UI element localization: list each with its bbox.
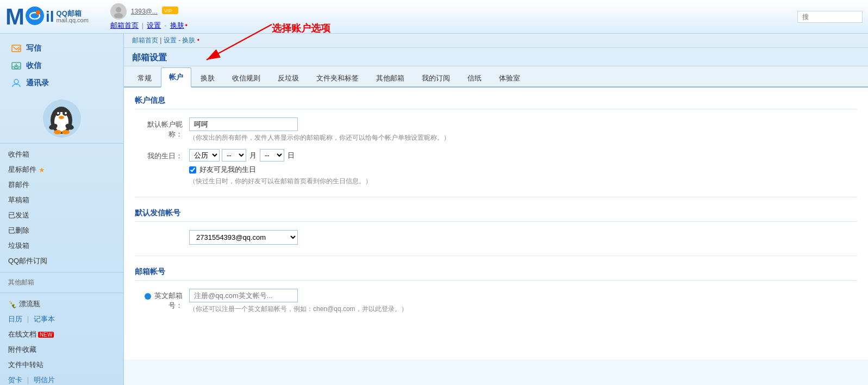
birthday-selects: 公历 农历 -- 010203 040506 070809 101112 月 (189, 149, 857, 162)
settings-content: 帐户信息 默认帐户昵称： （你发出的所有邮件，发件人将显示你的邮箱昵称，你还可以… (124, 88, 868, 359)
sidebar-item-starred[interactable]: 星标邮件 ★ (0, 162, 123, 177)
svg-point-20 (59, 116, 64, 119)
sidebar-item-group[interactable]: 群邮件 (0, 177, 123, 192)
sidebar-calendar-link[interactable]: 日历 (8, 314, 22, 324)
birthday-row: 我的生日： 公历 农历 -- 010203 040506 070809 1011… (135, 149, 857, 186)
nav-home[interactable]: 邮箱首页 (110, 21, 139, 30)
sidebar-item-sent[interactable]: 已发送 (0, 208, 123, 223)
birthday-hint: （快过生日时，你的好友可以在邮箱首页看到你的生日信息。） (189, 177, 857, 186)
sidebar-divider-3 (0, 293, 123, 293)
sidebar-item-inbox[interactable]: 收件箱 (0, 147, 123, 162)
sidebar-item-drift-bottle[interactable]: 🍾 漂流瓶 (0, 296, 123, 312)
tab-general[interactable]: 常规 (129, 69, 160, 88)
other-mailbox-section: 其他邮箱 (0, 276, 123, 289)
tab-lab[interactable]: 体验室 (491, 69, 528, 88)
compose-icon (11, 43, 22, 54)
sidebar-item-deleted[interactable]: 已删除 (0, 223, 123, 238)
section-sep-1 (135, 197, 857, 197)
tab-skin[interactable]: 换肤 (192, 69, 223, 88)
sidebar-actions: 写信 收信 (0, 36, 123, 95)
english-email-label: 英文邮箱号： (135, 289, 189, 311)
svg-point-3 (116, 7, 121, 13)
tab-subscriptions[interactable]: 我的订阅 (414, 69, 458, 88)
account-info-title: 帐户信息 (135, 96, 857, 109)
default-email-select[interactable]: 2731554393@qq.com (189, 230, 298, 245)
inbox-button[interactable]: 收信 (5, 58, 118, 74)
inbox-label: 收信 (26, 61, 41, 71)
svg-point-24 (62, 130, 70, 134)
friend-visible-row: 好友可见我的生日 (189, 165, 857, 175)
content-area: 邮箱首页 | 设置 - 换肤 • 邮箱设置 常规 帐户 换肤 收信规则 反垃圾 … (124, 34, 868, 385)
breadcrumb: 邮箱首页 | 设置 - 换肤 • (124, 34, 868, 48)
tab-antispam[interactable]: 反垃圾 (270, 69, 307, 88)
birthday-month-select[interactable]: -- 010203 040506 070809 101112 (222, 149, 246, 162)
logo: M il QQ邮箱 mail.qq.com (5, 5, 89, 28)
tab-account[interactable]: 帐户 (161, 67, 191, 88)
sidebar-calendar-notes: 日历 ｜ 记事本 (0, 312, 123, 327)
month-label: 月 (249, 151, 257, 160)
svg-point-23 (54, 130, 61, 134)
friend-visible-label: 好友可见我的生日 (199, 165, 256, 175)
vip-badge-icon: VIP (162, 7, 178, 14)
sidebar-item-file-transfer[interactable]: 文件中转站 (0, 357, 123, 372)
star-icon: ★ (39, 166, 45, 174)
sidebar-postcard-link[interactable]: 明信片 (34, 375, 55, 385)
sidebar-notes-link[interactable]: 记事本 (34, 314, 55, 324)
calendar-type-select[interactable]: 公历 农历 (189, 149, 220, 162)
english-email-input[interactable] (189, 289, 298, 302)
sidebar-item-junk[interactable]: 垃圾箱 (0, 238, 123, 253)
breadcrumb-home[interactable]: 邮箱首页 (132, 36, 158, 44)
sidebar-card-postcard: 贺卡 ｜ 明信片 (0, 372, 123, 385)
sidebar-sep-2: ｜ (24, 375, 32, 385)
contacts-icon (11, 78, 22, 89)
sidebar-item-drafts[interactable]: 草稿箱 (0, 192, 123, 208)
default-sender-control: 2731554393@qq.com (189, 230, 857, 245)
nav-settings[interactable]: 设置 (147, 21, 161, 30)
section-sep-2 (135, 256, 857, 256)
nickname-control: （你发出的所有邮件，发件人将显示你的邮箱昵称，你还可以给每个帐户单独设置昵称。） (189, 117, 857, 142)
email-select-wrapper: 2731554393@qq.com (189, 230, 857, 245)
contacts-button[interactable]: 通讯录 (5, 75, 118, 91)
breadcrumb-settings[interactable]: 设置 (164, 36, 177, 44)
svg-point-13 (14, 79, 18, 84)
birthday-day-select[interactable]: -- 01020304 05060708 09101112 13141516 1… (260, 149, 284, 162)
svg-point-0 (26, 7, 44, 25)
mascot-penguin (43, 100, 81, 138)
tab-inbox-rules[interactable]: 收信规则 (224, 69, 268, 88)
mailbox-account-title: 邮箱帐号 (135, 267, 857, 281)
tab-other-mailbox[interactable]: 其他邮箱 (368, 69, 413, 88)
sidebar-card-link[interactable]: 贺卡 (8, 375, 22, 385)
svg-line-10 (18, 48, 20, 51)
day-label: 日 (288, 151, 295, 160)
tabs-bar: 常规 帐户 换肤 收信规则 反垃圾 文件夹和标签 其他邮箱 我的订阅 信纸 体验… (124, 66, 868, 88)
svg-point-4 (114, 13, 123, 18)
svg-point-18 (57, 112, 59, 114)
birthday-control: 公历 农历 -- 010203 040506 070809 101112 月 (189, 149, 857, 186)
svg-point-19 (65, 112, 67, 114)
sidebar-divider-2 (0, 272, 123, 272)
nickname-input[interactable] (189, 117, 298, 131)
nav-skin[interactable]: 换肤 (170, 21, 184, 30)
compose-button[interactable]: 写信 (5, 40, 118, 57)
friend-visible-checkbox[interactable] (189, 166, 196, 173)
tab-folders-labels[interactable]: 文件夹和标签 (308, 69, 367, 88)
english-email-row: 英文邮箱号： （你还可以注册一个英文邮箱帐号，例如：chen@qq.com，并以… (135, 289, 857, 314)
svg-point-2 (36, 10, 40, 15)
sidebar-item-attachments[interactable]: 附件收藏 (0, 342, 123, 357)
svg-rect-9 (12, 45, 21, 52)
default-sender-title: 默认发信帐号 (135, 208, 857, 222)
qq-circle-icon (145, 293, 151, 300)
avatar (110, 3, 127, 20)
logo-circle-icon (25, 6, 45, 26)
sidebar-item-online-docs[interactable]: 在线文档 NEW (0, 327, 123, 342)
english-email-control: （你还可以注册一个英文邮箱帐号，例如：chen@qq.com，并以此登录。） (189, 289, 857, 314)
tab-stationery[interactable]: 信纸 (459, 69, 490, 88)
username-display[interactable]: 1393@... (131, 8, 158, 15)
header: M il QQ邮箱 mail.qq.com (0, 0, 868, 34)
search-input[interactable] (797, 11, 863, 23)
nickname-row: 默认帐户昵称： （你发出的所有邮件，发件人将显示你的邮箱昵称，你还可以给每个帐户… (135, 117, 857, 142)
sidebar-item-qq-subscribe[interactable]: QQ邮件订阅 (0, 253, 123, 269)
default-sender-label-spacer (135, 230, 189, 232)
sidebar-sep-1: ｜ (24, 314, 32, 324)
breadcrumb-skin[interactable]: 换肤 (182, 36, 195, 44)
